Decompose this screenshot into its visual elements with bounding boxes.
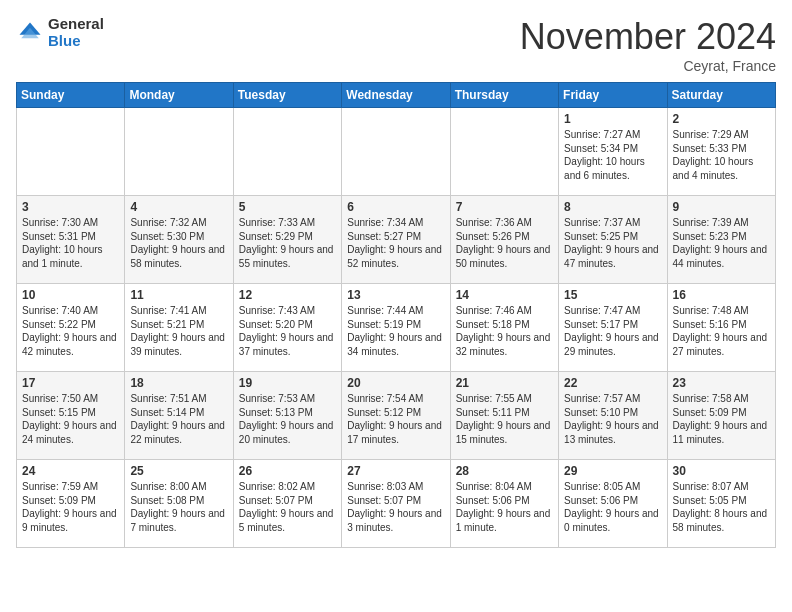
cell-content: Sunrise: 7:39 AM Sunset: 5:23 PM Dayligh…: [673, 216, 770, 270]
cell-content: Sunrise: 7:51 AM Sunset: 5:14 PM Dayligh…: [130, 392, 227, 446]
cell-content: Sunrise: 8:07 AM Sunset: 5:05 PM Dayligh…: [673, 480, 770, 534]
page-header: General Blue November 2024 Ceyrat, Franc…: [16, 16, 776, 74]
day-number: 22: [564, 376, 661, 390]
calendar-cell: 15Sunrise: 7:47 AM Sunset: 5:17 PM Dayli…: [559, 284, 667, 372]
cell-content: Sunrise: 8:05 AM Sunset: 5:06 PM Dayligh…: [564, 480, 661, 534]
day-header-saturday: Saturday: [667, 83, 775, 108]
day-number: 29: [564, 464, 661, 478]
cell-content: Sunrise: 7:34 AM Sunset: 5:27 PM Dayligh…: [347, 216, 444, 270]
day-header-wednesday: Wednesday: [342, 83, 450, 108]
day-number: 23: [673, 376, 770, 390]
cell-content: Sunrise: 7:36 AM Sunset: 5:26 PM Dayligh…: [456, 216, 553, 270]
day-number: 2: [673, 112, 770, 126]
cell-content: Sunrise: 7:53 AM Sunset: 5:13 PM Dayligh…: [239, 392, 336, 446]
day-number: 14: [456, 288, 553, 302]
calendar-cell: 21Sunrise: 7:55 AM Sunset: 5:11 PM Dayli…: [450, 372, 558, 460]
day-number: 15: [564, 288, 661, 302]
cell-content: Sunrise: 8:00 AM Sunset: 5:08 PM Dayligh…: [130, 480, 227, 534]
calendar-cell: 2Sunrise: 7:29 AM Sunset: 5:33 PM Daylig…: [667, 108, 775, 196]
cell-content: Sunrise: 7:30 AM Sunset: 5:31 PM Dayligh…: [22, 216, 119, 270]
calendar-cell: 14Sunrise: 7:46 AM Sunset: 5:18 PM Dayli…: [450, 284, 558, 372]
day-header-thursday: Thursday: [450, 83, 558, 108]
calendar-cell: 20Sunrise: 7:54 AM Sunset: 5:12 PM Dayli…: [342, 372, 450, 460]
calendar-cell: 10Sunrise: 7:40 AM Sunset: 5:22 PM Dayli…: [17, 284, 125, 372]
day-number: 10: [22, 288, 119, 302]
cell-content: Sunrise: 8:04 AM Sunset: 5:06 PM Dayligh…: [456, 480, 553, 534]
cell-content: Sunrise: 7:54 AM Sunset: 5:12 PM Dayligh…: [347, 392, 444, 446]
calendar-cell: 18Sunrise: 7:51 AM Sunset: 5:14 PM Dayli…: [125, 372, 233, 460]
day-number: 20: [347, 376, 444, 390]
calendar-cell: 26Sunrise: 8:02 AM Sunset: 5:07 PM Dayli…: [233, 460, 341, 548]
day-number: 21: [456, 376, 553, 390]
calendar-week-row: 10Sunrise: 7:40 AM Sunset: 5:22 PM Dayli…: [17, 284, 776, 372]
cell-content: Sunrise: 7:41 AM Sunset: 5:21 PM Dayligh…: [130, 304, 227, 358]
day-number: 8: [564, 200, 661, 214]
day-number: 27: [347, 464, 444, 478]
day-number: 18: [130, 376, 227, 390]
day-number: 3: [22, 200, 119, 214]
day-number: 9: [673, 200, 770, 214]
day-number: 12: [239, 288, 336, 302]
calendar-cell: 3Sunrise: 7:30 AM Sunset: 5:31 PM Daylig…: [17, 196, 125, 284]
calendar-week-row: 24Sunrise: 7:59 AM Sunset: 5:09 PM Dayli…: [17, 460, 776, 548]
cell-content: Sunrise: 7:55 AM Sunset: 5:11 PM Dayligh…: [456, 392, 553, 446]
day-header-monday: Monday: [125, 83, 233, 108]
day-number: 4: [130, 200, 227, 214]
calendar-cell: 19Sunrise: 7:53 AM Sunset: 5:13 PM Dayli…: [233, 372, 341, 460]
day-number: 13: [347, 288, 444, 302]
day-number: 11: [130, 288, 227, 302]
calendar-cell: 17Sunrise: 7:50 AM Sunset: 5:15 PM Dayli…: [17, 372, 125, 460]
logo: General Blue: [16, 16, 104, 49]
day-header-friday: Friday: [559, 83, 667, 108]
calendar-cell: 30Sunrise: 8:07 AM Sunset: 5:05 PM Dayli…: [667, 460, 775, 548]
calendar-table: SundayMondayTuesdayWednesdayThursdayFrid…: [16, 82, 776, 548]
cell-content: Sunrise: 7:44 AM Sunset: 5:19 PM Dayligh…: [347, 304, 444, 358]
calendar-cell: 1Sunrise: 7:27 AM Sunset: 5:34 PM Daylig…: [559, 108, 667, 196]
cell-content: Sunrise: 7:48 AM Sunset: 5:16 PM Dayligh…: [673, 304, 770, 358]
day-header-sunday: Sunday: [17, 83, 125, 108]
calendar-cell: 6Sunrise: 7:34 AM Sunset: 5:27 PM Daylig…: [342, 196, 450, 284]
day-number: 25: [130, 464, 227, 478]
calendar-week-row: 3Sunrise: 7:30 AM Sunset: 5:31 PM Daylig…: [17, 196, 776, 284]
day-number: 7: [456, 200, 553, 214]
cell-content: Sunrise: 7:37 AM Sunset: 5:25 PM Dayligh…: [564, 216, 661, 270]
calendar-cell: 9Sunrise: 7:39 AM Sunset: 5:23 PM Daylig…: [667, 196, 775, 284]
cell-content: Sunrise: 7:33 AM Sunset: 5:29 PM Dayligh…: [239, 216, 336, 270]
logo-general-text: General: [48, 16, 104, 33]
day-number: 30: [673, 464, 770, 478]
cell-content: Sunrise: 7:59 AM Sunset: 5:09 PM Dayligh…: [22, 480, 119, 534]
cell-content: Sunrise: 7:57 AM Sunset: 5:10 PM Dayligh…: [564, 392, 661, 446]
location-subtitle: Ceyrat, France: [520, 58, 776, 74]
cell-content: Sunrise: 7:27 AM Sunset: 5:34 PM Dayligh…: [564, 128, 661, 182]
month-title: November 2024: [520, 16, 776, 58]
calendar-cell: 13Sunrise: 7:44 AM Sunset: 5:19 PM Dayli…: [342, 284, 450, 372]
cell-content: Sunrise: 7:29 AM Sunset: 5:33 PM Dayligh…: [673, 128, 770, 182]
day-number: 6: [347, 200, 444, 214]
day-number: 28: [456, 464, 553, 478]
calendar-week-row: 1Sunrise: 7:27 AM Sunset: 5:34 PM Daylig…: [17, 108, 776, 196]
day-header-tuesday: Tuesday: [233, 83, 341, 108]
calendar-header-row: SundayMondayTuesdayWednesdayThursdayFrid…: [17, 83, 776, 108]
day-number: 16: [673, 288, 770, 302]
calendar-cell: 12Sunrise: 7:43 AM Sunset: 5:20 PM Dayli…: [233, 284, 341, 372]
calendar-cell: 23Sunrise: 7:58 AM Sunset: 5:09 PM Dayli…: [667, 372, 775, 460]
day-number: 17: [22, 376, 119, 390]
logo-icon: [16, 19, 44, 47]
day-number: 5: [239, 200, 336, 214]
cell-content: Sunrise: 8:03 AM Sunset: 5:07 PM Dayligh…: [347, 480, 444, 534]
calendar-cell: 24Sunrise: 7:59 AM Sunset: 5:09 PM Dayli…: [17, 460, 125, 548]
cell-content: Sunrise: 7:46 AM Sunset: 5:18 PM Dayligh…: [456, 304, 553, 358]
day-number: 19: [239, 376, 336, 390]
calendar-cell: [17, 108, 125, 196]
calendar-cell: [342, 108, 450, 196]
cell-content: Sunrise: 7:58 AM Sunset: 5:09 PM Dayligh…: [673, 392, 770, 446]
calendar-cell: [125, 108, 233, 196]
calendar-cell: [233, 108, 341, 196]
day-number: 24: [22, 464, 119, 478]
calendar-cell: 4Sunrise: 7:32 AM Sunset: 5:30 PM Daylig…: [125, 196, 233, 284]
cell-content: Sunrise: 7:43 AM Sunset: 5:20 PM Dayligh…: [239, 304, 336, 358]
day-number: 26: [239, 464, 336, 478]
day-number: 1: [564, 112, 661, 126]
calendar-cell: 25Sunrise: 8:00 AM Sunset: 5:08 PM Dayli…: [125, 460, 233, 548]
cell-content: Sunrise: 7:47 AM Sunset: 5:17 PM Dayligh…: [564, 304, 661, 358]
